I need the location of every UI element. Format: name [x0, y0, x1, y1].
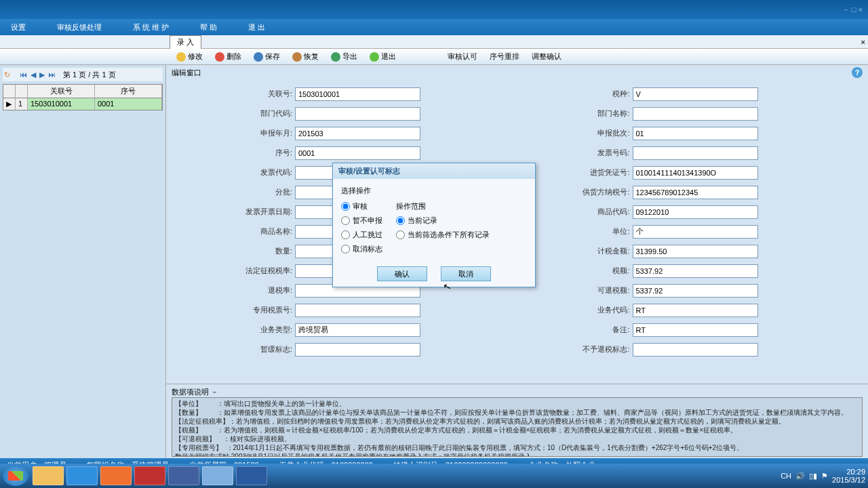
label-declare-ym: 申报年月: — [180, 128, 295, 138]
input-declare-ym[interactable] — [295, 127, 420, 140]
menu-bar: 设置 审核反馈处理 系 统 维 护 帮 助 退 出 — [0, 19, 868, 35]
task-item[interactable] — [134, 466, 165, 485]
confirm-button[interactable]: 审核认可 — [448, 52, 477, 62]
label-invoice-date: 发票开票日期: — [180, 207, 295, 217]
input-invoice-no[interactable] — [633, 146, 758, 160]
restore-button[interactable]: 恢复 — [292, 52, 319, 62]
task-item[interactable] — [33, 466, 64, 485]
panel-title: 编辑窗口 — [172, 68, 201, 78]
input-special-no[interactable] — [295, 304, 420, 317]
radio-manual[interactable] — [341, 230, 350, 239]
menu-item-3[interactable]: 帮 助 — [195, 21, 222, 34]
audit-dialog: 审核/设置认可标志 选择操作 审核 暂不申报 人工挑过 取消标志 操作范围 当前… — [332, 163, 536, 287]
opt-all-filtered[interactable]: 当前筛选条件下所有记录 — [396, 230, 490, 240]
task-item[interactable] — [236, 466, 267, 485]
input-unit[interactable] — [633, 225, 758, 239]
radio-audit[interactable] — [341, 202, 350, 211]
save-button[interactable]: 保存 — [254, 52, 280, 62]
cell-link: 1503010001 — [28, 98, 95, 110]
task-item[interactable] — [66, 466, 98, 485]
adjust-button[interactable]: 调整确认 — [532, 52, 561, 62]
tray-vol-icon[interactable]: 🔊 — [795, 472, 805, 481]
tab-entry[interactable]: 录 入 — [170, 35, 201, 49]
menu-item-4[interactable]: 退 出 — [243, 21, 271, 34]
input-import-no[interactable] — [633, 166, 758, 180]
input-no-refund[interactable] — [633, 343, 758, 357]
label-tax-type: 税种: — [517, 89, 633, 99]
input-goods-code[interactable] — [633, 205, 758, 219]
input-biz-code[interactable] — [633, 304, 758, 317]
system-tray[interactable]: CH 🔊 ▯▮ ⚑ 20:29 2015/3/12 — [781, 468, 865, 484]
input-refund-tax[interactable] — [633, 284, 758, 298]
toolbar: 修改 删除 保存 恢复 导出 退出 审核认可 序号重排 调整确认 — [0, 49, 868, 65]
label-no-refund: 不予退税标志: — [517, 344, 633, 354]
radio-cancel-flag[interactable] — [341, 245, 350, 253]
label-remark: 备注: — [517, 325, 633, 335]
label-dept-name: 部门名称: — [517, 108, 633, 119]
menu-item-0[interactable]: 设置 — [5, 21, 31, 34]
input-seq[interactable] — [295, 146, 420, 160]
grid-header: 关联号 序号 — [3, 84, 163, 98]
pager-text: 第 1 页 / 共 1 页 — [63, 70, 116, 80]
input-dept-code[interactable] — [295, 107, 420, 121]
window-controls[interactable]: － □ × — [842, 5, 863, 15]
nav-first-icon[interactable]: ⏮ — [20, 70, 27, 79]
nav-refresh-icon[interactable]: ↻ — [4, 70, 10, 79]
dialog-section-label: 选择操作 — [341, 186, 527, 196]
nav-prev-icon[interactable]: ◀ — [31, 70, 36, 79]
modify-button[interactable]: 修改 — [176, 52, 203, 62]
label-seq: 序号: — [180, 148, 295, 158]
menu-item-1[interactable]: 审核反馈处理 — [52, 21, 107, 34]
help-icon[interactable]: ? — [852, 67, 863, 78]
dialog-ok-button[interactable]: 确认 — [377, 266, 427, 281]
input-biz-type[interactable] — [295, 323, 420, 337]
tray-flag-icon[interactable]: ⚑ — [821, 472, 828, 481]
panel-header: 编辑窗口 ? — [166, 65, 868, 80]
opt-cancel-flag[interactable]: 取消标志 — [341, 244, 382, 254]
input-dept-name[interactable] — [633, 107, 758, 121]
input-link-no[interactable] — [295, 87, 420, 101]
reorder-button[interactable]: 序号重排 — [490, 52, 519, 62]
input-declare-batch[interactable] — [633, 127, 758, 140]
input-tax[interactable] — [633, 264, 758, 278]
tab-close-icon[interactable]: × — [861, 38, 865, 46]
range-options: 操作范围 当前记录 当前筛选条件下所有记录 — [396, 201, 490, 254]
radio-all-filtered[interactable] — [396, 230, 405, 239]
label-invoice-code: 发票代码: — [180, 167, 295, 178]
radio-pause[interactable] — [341, 216, 350, 225]
opt-audit[interactable]: 审核 — [341, 201, 382, 211]
tray-net-icon[interactable]: ▯▮ — [809, 472, 817, 481]
start-button[interactable] — [3, 466, 28, 486]
label-special-no: 专用税票号: — [180, 305, 295, 315]
task-item[interactable] — [202, 466, 233, 485]
input-temp-flag[interactable] — [295, 343, 420, 357]
radio-current[interactable] — [396, 216, 405, 225]
record-navigator: ↻ ⏮ ◀ ▶ ⏭ 第 1 页 / 共 1 页 — [3, 68, 163, 81]
menu-item-2[interactable]: 系 统 维 护 — [127, 21, 174, 34]
table-row[interactable]: ▶ 1 1503010001 0001 — [3, 98, 163, 110]
dialog-cancel-button[interactable]: 取消 — [441, 266, 491, 281]
opt-current[interactable]: 当前记录 — [396, 216, 490, 226]
nav-next-icon[interactable]: ▶ — [39, 70, 45, 79]
notes-panel: 数据项说明 － 【单位】 ：填写出口货物报关单上的第一计量单位。 【数量】 ：如… — [166, 384, 868, 458]
grid-col-seq: 序号 — [95, 85, 162, 98]
opt-manual[interactable]: 人工挑过 — [341, 230, 382, 240]
task-item[interactable] — [100, 466, 132, 485]
range-title: 操作范围 — [396, 201, 490, 211]
tray-date: 2015/3/12 — [832, 476, 865, 484]
input-supplier-tax[interactable] — [633, 186, 758, 199]
delete-button[interactable]: 删除 — [215, 52, 241, 62]
label-goods-name: 商品名称: — [180, 226, 295, 237]
opt-pause[interactable]: 暂不申报 — [341, 216, 382, 226]
task-item[interactable] — [168, 466, 199, 485]
input-tax-type[interactable] — [633, 87, 758, 101]
label-biz-code: 业务代码: — [517, 305, 633, 315]
input-remark[interactable] — [633, 323, 758, 337]
tray-ime[interactable]: CH — [781, 472, 791, 480]
input-tax-amount[interactable] — [633, 245, 758, 258]
title-bar: － □ × — [0, 0, 868, 19]
cell-seq: 0001 — [95, 98, 162, 110]
exit-button[interactable]: 退出 — [370, 52, 396, 62]
export-button[interactable]: 导出 — [331, 52, 357, 62]
nav-last-icon[interactable]: ⏭ — [48, 70, 56, 79]
